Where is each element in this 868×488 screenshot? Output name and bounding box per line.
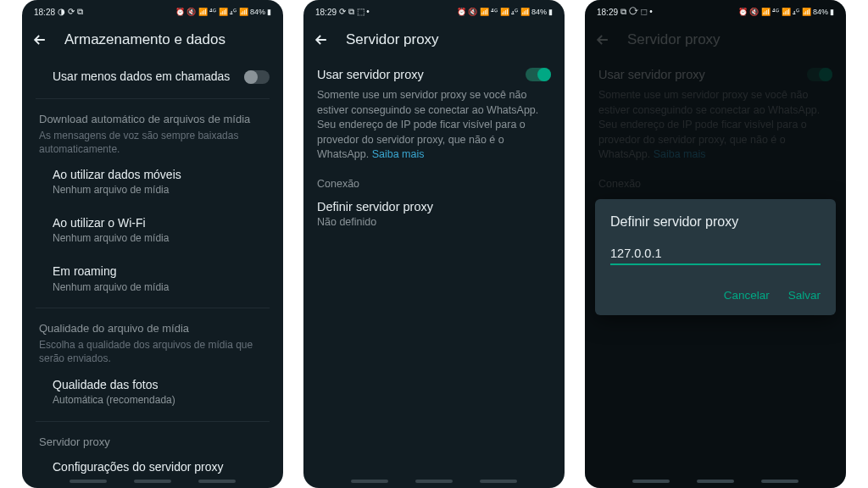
save-button[interactable]: Salvar [788,289,821,302]
row-title: Usar menos dados em chamadas [53,69,244,85]
phone-screen-storage: 18:28 ◑ ⟳ ⧉ ⏰ 🔇 📶 ⁴ᴳ 📶 ₄ᴳ 📶 84% ▮ Armaze… [22,0,283,488]
desc-text: Somente use um servidor proxy se você nã… [317,89,538,160]
nav-home[interactable] [134,480,171,483]
row-roaming[interactable]: Em roaming Nenhum arquivo de mídia [36,254,270,302]
status-bar: 18:28 ◑ ⟳ ⧉ ⏰ 🔇 📶 ⁴ᴳ 📶 ₄ᴳ 📶 84% ▮ [22,3,283,20]
page-title: Armazenamento e dados [64,31,225,48]
content: Usar servidor proxy Somente use um servi… [303,59,565,476]
section-title: Download automático de arquivos de mídia [39,113,266,125]
row-mobile-data[interactable]: Ao utilizar dados móveis Nenhum arquivo … [36,158,270,206]
section-title: Qualidade do arquivo de mídia [39,322,266,335]
status-icons-right: ⏰ 🔇 📶 ⁴ᴳ 📶 ₄ᴳ 📶 [175,8,248,16]
row-proxy-config[interactable]: Configurações do servidor proxy Desativa… [36,450,270,476]
status-icon-notif: ⟳ ⧉ ⬚ • [339,7,370,17]
cancel-button[interactable]: Cancelar [724,289,770,302]
status-icon-notif: ⧉ ⟳ ⬚ • [620,7,653,17]
status-bar: 18:29 ⟳ ⧉ ⬚ • ⏰ 🔇 📶 ⁴ᴳ 📶 ₄ᴳ 📶 84% ▮ [303,3,565,20]
dialog-define-proxy: Definir servidor proxy Cancelar Salvar [595,199,836,315]
row-title: Qualidade das fotos [53,378,270,393]
row-define-proxy[interactable]: Definir servidor proxy Não definido [317,195,551,236]
section-title: Servidor proxy [39,435,266,448]
proxy-address-input-wrapper[interactable] [610,245,821,265]
row-subtitle: Nenhum arquivo de mídia [53,184,270,197]
battery-icon: ▮ [548,8,553,16]
status-time: 18:28 [34,8,55,17]
row-use-proxy[interactable]: Usar servidor proxy [317,59,551,85]
page-title: Servidor proxy [346,31,439,48]
row-subtitle: Nenhum arquivo de mídia [53,281,270,295]
battery-icon: ▮ [267,8,271,16]
section-subtitle: Escolha a qualidade dos arquivos de mídi… [39,338,266,365]
toggle-less-data[interactable] [244,70,270,84]
toggle-use-proxy[interactable] [526,68,551,81]
status-battery: 84% [813,8,828,16]
row-photo-quality[interactable]: Qualidade das fotos Automática (recomend… [36,368,270,416]
status-battery: 84% [531,8,547,16]
nav-home[interactable] [697,480,734,483]
status-time: 18:29 [597,8,618,17]
phone-screen-proxy: 18:29 ⟳ ⧉ ⬚ • ⏰ 🔇 📶 ⁴ᴳ 📶 ₄ᴳ 📶 84% ▮ Serv… [303,0,565,488]
nav-back[interactable] [198,480,236,483]
row-title: Usar servidor proxy [317,68,424,81]
dialog-title: Definir servidor proxy [610,214,821,230]
proxy-address-input[interactable] [610,245,821,265]
nav-recent[interactable] [632,480,670,483]
status-icons-right: ⏰ 🔇 📶 ⁴ᴳ 📶 ₄ᴳ 📶 [738,8,811,16]
proxy-description: Somente use um servidor proxy se você nã… [317,85,551,163]
android-navbar [585,476,846,488]
nav-back[interactable] [761,480,798,483]
app-bar: Armazenamento e dados [22,20,283,59]
status-icon-notif: ◑ ⟳ ⧉ [58,7,83,17]
app-bar: Servidor proxy [303,20,565,59]
row-subtitle: Nenhum arquivo de mídia [53,232,270,246]
row-title: Em roaming [53,264,270,280]
status-icons-right: ⏰ 🔇 📶 ⁴ᴳ 📶 ₄ᴳ 📶 [457,8,530,16]
nav-recent[interactable] [351,480,388,483]
nav-back[interactable] [480,480,517,483]
row-title: Definir servidor proxy [317,200,551,214]
row-less-data-calls[interactable]: Usar menos dados em chamadas [36,59,270,93]
divider [36,421,270,422]
row-wifi[interactable]: Ao utilizar o Wi-Fi Nenhum arquivo de mí… [36,206,270,254]
content: Usar menos dados em chamadas Download au… [22,59,283,476]
divider [36,308,270,308]
status-time: 18:29 [315,8,337,17]
battery-icon: ▮ [830,8,834,16]
status-bar: 18:29 ⧉ ⟳ ⬚ • ⏰ 🔇 📶 ⁴ᴳ 📶 ₄ᴳ 📶 84% ▮ [585,3,846,20]
section-subtitle: As mensagens de voz são sempre baixadas … [39,129,266,156]
status-battery: 84% [250,8,265,16]
row-title: Ao utilizar o Wi-Fi [53,216,270,231]
row-title: Ao utilizar dados móveis [53,168,270,183]
divider [36,98,270,99]
section-proxy: Servidor proxy [36,427,270,450]
section-media-quality: Qualidade do arquivo de mídia Escolha a … [36,313,270,367]
section-connection: Conexão [317,163,551,195]
back-button[interactable] [312,30,331,49]
row-title: Configurações do servidor proxy [53,460,270,475]
nav-home[interactable] [415,480,453,483]
phone-screen-proxy-dialog: 18:29 ⧉ ⟳ ⬚ • ⏰ 🔇 📶 ⁴ᴳ 📶 ₄ᴳ 📶 84% ▮ Serv… [585,0,846,488]
row-subtitle: Automática (recomendada) [53,394,270,408]
android-navbar [22,476,283,488]
back-button[interactable] [31,30,49,49]
nav-recent[interactable] [70,480,107,483]
row-subtitle: Não definido [317,216,551,228]
learn-more-link[interactable]: Saiba mais [372,148,425,160]
section-auto-download: Download automático de arquivos de mídia… [36,104,270,158]
android-navbar [303,476,565,488]
